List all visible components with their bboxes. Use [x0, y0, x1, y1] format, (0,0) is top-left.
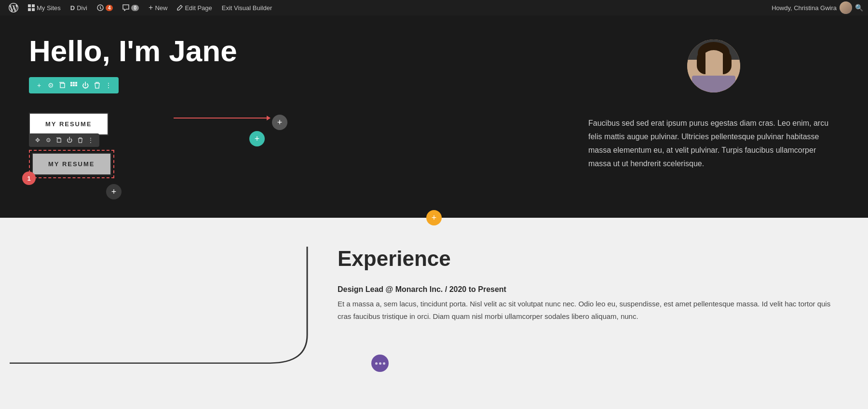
svg-rect-8 [75, 82, 77, 84]
exit-vb-label: Exit Visual Builder [222, 4, 272, 12]
sel-delete-icon[interactable] [75, 135, 85, 145]
avatar[interactable] [840, 1, 852, 14]
resume-button[interactable]: MY RESUME [29, 113, 108, 135]
resume-section: MY RESUME + [29, 113, 559, 135]
module-badge: 1 [22, 172, 36, 185]
admin-bar: My Sites D Divi 4 0 + New Edit Page Exit… [0, 0, 868, 15]
hero-float-plus[interactable]: + [249, 131, 265, 146]
admin-bar-right: Howdy, Christina Gwira 🔍 [772, 1, 863, 14]
hero-right-col: Faucibus sed sed erat ipsum purus egesta… [588, 35, 839, 171]
comments-count: 0 [131, 5, 139, 11]
toolbar-settings-icon[interactable]: ⚙ [45, 80, 56, 91]
experience-section: Experience Design Lead @ Monarch Inc. / … [0, 218, 868, 396]
svg-rect-9 [70, 84, 72, 86]
sel-drag-icon[interactable]: ✥ [33, 135, 42, 145]
sel-more-icon[interactable]: ⋮ [86, 135, 95, 145]
wordpress-logo[interactable] [5, 0, 22, 15]
user-greeting: Howdy, Christina Gwira [772, 4, 837, 12]
new-label: New [155, 4, 167, 12]
comments-menu[interactable]: 0 [119, 0, 143, 15]
purple-dot-menu[interactable] [371, 355, 389, 372]
toolbar-more-icon[interactable]: ⋮ [103, 80, 114, 91]
add-row-btn[interactable]: + [106, 184, 122, 199]
hero-section: Hello, I'm Jane + ⚙ ⏻ ⋮ MY RESUME [0, 15, 868, 218]
svg-rect-5 [60, 83, 65, 88]
toolbar-delete-icon[interactable] [92, 80, 102, 91]
svg-rect-10 [73, 84, 75, 86]
svg-rect-12 [57, 139, 61, 143]
svg-rect-1 [32, 4, 35, 7]
svg-rect-6 [70, 82, 72, 84]
module-toolbar-main: + ⚙ ⏻ ⋮ [29, 77, 119, 93]
add-row-circle[interactable]: + [106, 184, 122, 199]
selected-module-wrapper: ✥ ⚙ ⏻ ⋮ MY RESUME 1 [29, 150, 114, 178]
toolbar-power-icon[interactable]: ⏻ [80, 80, 91, 91]
profile-image-container [588, 40, 839, 107]
job-description: Et a massa a, sem lacus, tincidunt porta… [338, 298, 839, 322]
arrow-line [174, 118, 270, 119]
job-title: Design Lead @ Monarch Inc. / 2020 to Pre… [338, 285, 839, 294]
arrow-indicator [174, 118, 270, 119]
section-add-circle[interactable]: + [426, 210, 442, 225]
my-sites-menu[interactable]: My Sites [24, 0, 65, 15]
selected-module-toolbar: ✥ ⚙ ⏻ ⋮ [29, 133, 99, 147]
exp-left-curve [0, 247, 309, 367]
section-add-btn[interactable]: + [426, 210, 442, 225]
toolbar-duplicate-icon[interactable] [57, 80, 68, 91]
hero-description: Faucibus sed sed erat ipsum purus egesta… [588, 117, 839, 171]
exit-visual-builder[interactable]: Exit Visual Builder [218, 0, 276, 15]
edit-page-label: Edit Page [185, 4, 212, 12]
divi-menu[interactable]: D Divi [67, 0, 91, 15]
updates-count: 4 [106, 5, 113, 11]
toolbar-add-icon[interactable]: + [34, 80, 44, 91]
add-circle-dark[interactable]: + [272, 115, 287, 130]
svg-rect-3 [32, 8, 35, 11]
hero-title: Hello, I'm Jane [29, 35, 559, 67]
my-sites-label: My Sites [37, 4, 61, 12]
svg-rect-0 [28, 4, 31, 7]
sel-duplicate-icon[interactable] [54, 135, 64, 145]
add-module-btn-gray[interactable]: + [272, 115, 287, 130]
page-wrapper: Hello, I'm Jane + ⚙ ⏻ ⋮ MY RESUME [0, 15, 868, 396]
updates-menu[interactable]: 4 [93, 0, 117, 15]
svg-rect-7 [73, 82, 75, 84]
float-plus-teal[interactable]: + [249, 131, 265, 146]
hero-left-col: Hello, I'm Jane + ⚙ ⏻ ⋮ MY RESUME [29, 35, 559, 178]
new-menu[interactable]: + New [145, 0, 171, 15]
edit-page-menu[interactable]: Edit Page [173, 0, 216, 15]
exp-right-col: Experience Design Lead @ Monarch Inc. / … [309, 247, 839, 367]
profile-avatar [687, 40, 740, 92]
selected-resume-button: MY RESUME [32, 153, 111, 175]
experience-title: Experience [338, 247, 839, 271]
sel-power-icon[interactable]: ⏻ [65, 135, 74, 145]
toolbar-grid-icon[interactable] [68, 80, 79, 91]
selected-module-border: MY RESUME [29, 150, 114, 178]
search-icon[interactable]: 🔍 [855, 4, 863, 12]
svg-rect-2 [28, 8, 31, 11]
sel-settings-icon[interactable]: ⚙ [43, 135, 53, 145]
divi-label: Divi [77, 4, 87, 12]
svg-rect-11 [75, 84, 77, 86]
